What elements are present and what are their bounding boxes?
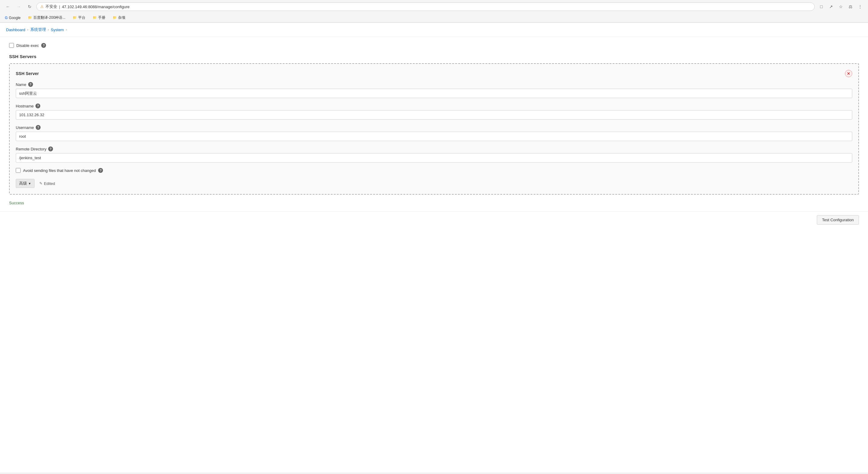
username-label-text: Username <box>16 125 34 130</box>
success-text: Success <box>9 201 859 205</box>
google-icon: G <box>5 16 7 20</box>
bookmark-misc[interactable]: 📁 杂项 <box>112 14 127 21</box>
misc-label: 杂项 <box>118 15 125 20</box>
bookmark-button[interactable]: ☆ <box>837 2 845 11</box>
hostname-help-icon[interactable]: ? <box>35 103 40 108</box>
bookmarks-bar: G Google 📁 百度翻译-200种语... 📁 平台 📁 手册 📁 杂项 <box>0 13 868 23</box>
username-label: Username ? <box>16 125 852 130</box>
avoid-sending-label: Avoid sending files that have not change… <box>23 168 96 173</box>
breadcrumb-system[interactable]: System <box>51 28 64 32</box>
hostname-field-group: Hostname ? <box>16 103 852 120</box>
name-field-group: Name ? <box>16 82 852 98</box>
name-label: Name ? <box>16 82 852 87</box>
back-button[interactable]: ← <box>4 2 12 11</box>
pencil-icon: ✎ <box>39 181 42 185</box>
browser-toolbar: ← → ↻ ⚠ 不安全 | 47.102.149.46:8088/manage/… <box>0 0 868 13</box>
card-footer: 高级 ▼ ✎ Edited <box>16 179 852 188</box>
folder-icon-misc: 📁 <box>113 16 117 20</box>
folder-icon-platform: 📁 <box>73 16 77 20</box>
remote-directory-field-group: Remote Directory ? <box>16 146 852 163</box>
baidu-label: 百度翻译-200种语... <box>33 15 65 20</box>
chevron-down-icon: ▼ <box>28 182 31 185</box>
ssh-servers-title: SSH Servers <box>9 54 859 59</box>
remote-directory-label-text: Remote Directory <box>16 147 46 151</box>
url-display: 47.102.149.46:8088/manage/configure <box>62 4 129 9</box>
page-wrapper: Dashboard › 系统管理 › System › Disable exec… <box>0 23 868 473</box>
bookmark-platform[interactable]: 📁 平台 <box>71 14 87 21</box>
remove-ssh-server-button[interactable]: ✕ <box>845 70 852 77</box>
reload-button[interactable]: ↻ <box>26 2 34 11</box>
test-configuration-button[interactable]: Test Configuration <box>817 215 859 225</box>
breadcrumb-sep-2: › <box>48 28 49 32</box>
ssh-server-header: SSH Server ✕ <box>16 70 852 77</box>
not-secure-label: 不安全 <box>45 4 57 9</box>
platform-label: 平台 <box>78 15 85 20</box>
ssh-server-title: SSH Server <box>16 71 39 76</box>
bookmark-manual[interactable]: 📁 手册 <box>91 14 106 21</box>
name-label-text: Name <box>16 82 26 87</box>
edited-indicator: ✎ Edited <box>39 181 55 186</box>
avoid-sending-help-icon[interactable]: ? <box>98 168 103 173</box>
breadcrumb-dashboard[interactable]: Dashboard <box>6 28 26 32</box>
folder-icon-baidu: 📁 <box>28 16 32 20</box>
url-text: | <box>59 4 60 9</box>
extensions-button[interactable]: ⚖ <box>846 2 855 11</box>
username-input[interactable] <box>16 132 852 141</box>
remote-directory-label: Remote Directory ? <box>16 146 852 151</box>
username-help-icon[interactable]: ? <box>36 125 40 130</box>
hostname-label-text: Hostname <box>16 104 34 108</box>
ssh-server-card: SSH Server ✕ Name ? Hostname ? <box>9 63 859 195</box>
edited-label: Edited <box>44 181 55 186</box>
name-input[interactable] <box>16 89 852 98</box>
google-label: Google <box>9 16 21 20</box>
toolbar-actions: □ ↗ ☆ ⚖ ⋮ <box>817 2 864 11</box>
disable-exec-checkbox[interactable] <box>9 43 14 48</box>
remote-directory-input[interactable] <box>16 153 852 163</box>
disable-exec-help-icon[interactable]: ? <box>41 43 46 48</box>
breadcrumb-sep-1: › <box>27 28 28 32</box>
address-bar[interactable]: ⚠ 不安全 | 47.102.149.46:8088/manage/config… <box>36 2 815 11</box>
breadcrumb-sep-3: › <box>66 28 67 32</box>
manual-label: 手册 <box>98 15 105 20</box>
breadcrumb-system-management[interactable]: 系统管理 <box>30 27 46 32</box>
avoid-sending-row: Avoid sending files that have not change… <box>16 168 852 173</box>
advanced-label: 高级 <box>19 181 27 186</box>
folder-icon-manual: 📁 <box>93 16 97 20</box>
page-footer: Test Configuration <box>0 211 868 228</box>
hostname-label: Hostname ? <box>16 103 852 108</box>
browser-chrome: ← → ↻ ⚠ 不安全 | 47.102.149.46:8088/manage/… <box>0 0 868 23</box>
hostname-input[interactable] <box>16 110 852 120</box>
breadcrumb: Dashboard › 系统管理 › System › <box>0 23 868 37</box>
share-button[interactable]: ↗ <box>827 2 835 11</box>
menu-button[interactable]: ⋮ <box>856 2 864 11</box>
bookmark-google[interactable]: G Google <box>4 15 22 21</box>
remote-directory-help-icon[interactable]: ? <box>48 146 53 151</box>
username-field-group: Username ? <box>16 125 852 141</box>
screenshot-button[interactable]: □ <box>817 2 826 11</box>
disable-exec-label: Disable exec <box>17 43 39 48</box>
advanced-button[interactable]: 高级 ▼ <box>16 179 34 188</box>
forward-button[interactable]: → <box>14 2 23 11</box>
warning-icon: ⚠ <box>40 4 43 9</box>
avoid-sending-checkbox[interactable] <box>16 168 21 173</box>
bookmark-baidu[interactable]: 📁 百度翻译-200种语... <box>27 14 67 21</box>
name-help-icon[interactable]: ? <box>28 82 33 87</box>
disable-exec-row: Disable exec ? <box>9 43 859 48</box>
main-content: Disable exec ? SSH Servers SSH Server ✕ … <box>0 37 868 211</box>
